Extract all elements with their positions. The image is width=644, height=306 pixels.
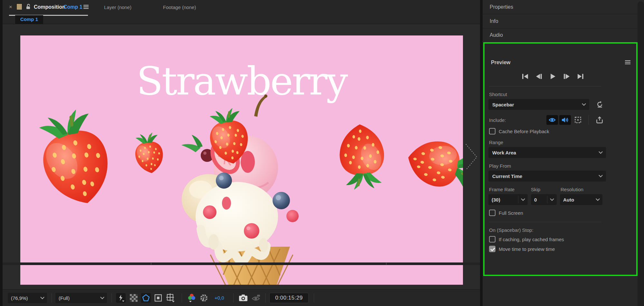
tab-footage[interactable]: Footage (none) bbox=[163, 5, 196, 10]
previous-frame-button[interactable] bbox=[535, 73, 543, 80]
panel-gutter[interactable] bbox=[480, 0, 483, 306]
transparency-grid-icon[interactable] bbox=[129, 293, 139, 303]
viewer-tab-comp1[interactable]: Comp 1 bbox=[15, 15, 43, 24]
last-frame-button[interactable] bbox=[576, 73, 585, 80]
preview-menu-icon[interactable] bbox=[625, 60, 630, 64]
chevron-down-icon bbox=[521, 197, 525, 201]
divider bbox=[111, 293, 112, 302]
include-label: Include: bbox=[488, 117, 506, 123]
canvas-title-text: Strawberry bbox=[20, 62, 463, 101]
magnification-dropdown[interactable]: (76,9%) bbox=[8, 293, 47, 303]
full-screen-row: Full Screen bbox=[488, 210, 636, 216]
panel-menu-icon[interactable] bbox=[83, 5, 89, 9]
move-time-row: Move time to preview time bbox=[488, 246, 636, 252]
fast-previews-icon[interactable] bbox=[116, 293, 126, 303]
composition-tab-label[interactable]: Composition bbox=[34, 4, 65, 10]
play-button[interactable] bbox=[549, 73, 557, 80]
pan-hint-chevron-icon bbox=[465, 143, 478, 171]
chevron-down-icon bbox=[596, 197, 600, 201]
divider bbox=[182, 293, 182, 302]
range-dropdown[interactable]: Work Area bbox=[488, 147, 606, 158]
frame-rate-dropdown[interactable]: (30) bbox=[488, 194, 528, 205]
reset-icon[interactable] bbox=[596, 101, 603, 108]
divider bbox=[588, 115, 589, 125]
comp-color-swatch[interactable] bbox=[16, 4, 22, 10]
resolution-preview-dropdown[interactable]: Auto bbox=[560, 194, 602, 205]
panel-tab-info[interactable]: Info bbox=[483, 14, 644, 28]
transport-controls bbox=[488, 73, 636, 80]
shortcut-label: Shortcut bbox=[488, 92, 636, 97]
divider bbox=[489, 86, 601, 86]
frame-rate-label: Frame Rate bbox=[489, 187, 531, 192]
composition-tab-name[interactable]: Comp 1 bbox=[63, 4, 82, 10]
scrollbar-tick bbox=[386, 263, 387, 265]
unlock-icon[interactable] bbox=[25, 4, 31, 10]
composition-viewer[interactable]: Strawberry bbox=[3, 24, 480, 289]
exposure-icon[interactable] bbox=[199, 293, 209, 303]
first-frame-button[interactable] bbox=[521, 73, 529, 80]
include-overlays-icon[interactable] bbox=[572, 115, 584, 125]
exposure-value[interactable]: +0,0 bbox=[215, 295, 224, 301]
chevron-down-icon bbox=[599, 150, 603, 154]
play-from-label: Play From bbox=[488, 163, 636, 169]
viewer-bottom-toolbar: (76,9%) (Full) bbox=[3, 289, 480, 306]
divider bbox=[314, 293, 314, 302]
move-time-checkbox[interactable] bbox=[489, 246, 495, 252]
if-caching-row: If caching, play cached frames bbox=[488, 236, 636, 242]
preview-panel-title[interactable]: Preview bbox=[488, 60, 510, 65]
chevron-down-icon bbox=[550, 197, 554, 201]
resolution-label: Resolution bbox=[561, 187, 583, 192]
right-sidebar: Properties Info Audio Preview bbox=[483, 0, 644, 306]
chevron-down-icon bbox=[100, 295, 104, 299]
channel-settings-icon[interactable] bbox=[187, 293, 197, 303]
panel-tab-properties[interactable]: Properties bbox=[483, 0, 644, 14]
composition-canvas[interactable]: Strawberry bbox=[20, 35, 463, 285]
divider bbox=[547, 196, 547, 203]
horizontal-scrollbar[interactable] bbox=[3, 262, 480, 265]
panel-tab-audio[interactable]: Audio bbox=[483, 28, 644, 42]
take-snapshot-icon[interactable] bbox=[238, 293, 248, 303]
skip-dropdown[interactable]: 0 bbox=[531, 194, 557, 205]
cache-before-playback-checkbox[interactable] bbox=[489, 128, 495, 134]
show-snapshot-icon[interactable] bbox=[251, 293, 261, 303]
divider bbox=[52, 293, 52, 302]
divider bbox=[489, 222, 601, 222]
divider bbox=[518, 196, 518, 203]
divider bbox=[233, 293, 234, 302]
scrollbar-tick bbox=[151, 263, 151, 265]
chevron-down-icon bbox=[599, 173, 603, 177]
if-caching-checkbox[interactable] bbox=[489, 236, 495, 242]
divider bbox=[265, 293, 266, 302]
on-spacebar-stop-label: On (Spacebar) Stop: bbox=[488, 227, 636, 233]
region-of-interest-icon[interactable] bbox=[153, 293, 163, 303]
resolution-dropdown[interactable]: (Full) bbox=[55, 293, 107, 303]
chevron-down-icon bbox=[582, 102, 586, 106]
skip-label: Skip bbox=[531, 187, 561, 192]
mask-visibility-icon[interactable] bbox=[141, 293, 151, 303]
tab-layer[interactable]: Layer (none) bbox=[104, 5, 131, 10]
panel-tab-bar: × Composition Comp 1 Layer (none) Footag… bbox=[3, 0, 480, 15]
next-frame-button[interactable] bbox=[562, 73, 571, 80]
include-share-icon[interactable] bbox=[594, 115, 605, 125]
full-screen-checkbox[interactable] bbox=[489, 210, 495, 216]
current-time-display[interactable]: 0:00:15:29 bbox=[269, 293, 309, 303]
range-label: Range bbox=[488, 140, 636, 145]
panel-scrollbar[interactable] bbox=[638, 1, 644, 306]
shortcut-dropdown[interactable]: Spacebar bbox=[488, 99, 589, 110]
grid-and-guides-icon[interactable] bbox=[166, 293, 175, 303]
play-from-dropdown[interactable]: Current Time bbox=[488, 171, 606, 182]
include-video-eye-icon[interactable] bbox=[546, 115, 558, 125]
include-audio-speaker-icon[interactable] bbox=[559, 115, 571, 125]
chevron-down-icon bbox=[40, 295, 44, 299]
close-icon[interactable]: × bbox=[9, 4, 12, 10]
composition-panel: × Composition Comp 1 Layer (none) Footag… bbox=[3, 0, 480, 306]
preview-panel-highlighted: Preview bbox=[483, 42, 638, 276]
cache-before-playback-row: Cache Before Playback bbox=[488, 128, 636, 134]
